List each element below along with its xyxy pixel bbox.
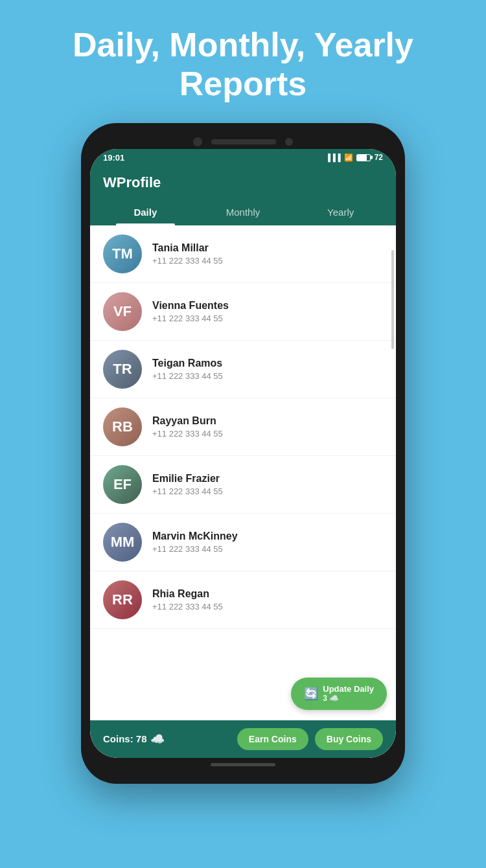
contact-item[interactable]: EF Emilie Frazier +11 222 333 44 55: [90, 456, 396, 514]
tab-bar: Daily Monthly Yearly: [90, 199, 396, 225]
contact-phone: +11 222 333 44 55: [152, 486, 383, 496]
coins-info: Coins: 78 ☁️: [103, 732, 165, 746]
avatar: RR: [103, 580, 142, 619]
coins-label: Coins: 78: [103, 733, 147, 744]
avatar: EF: [103, 465, 142, 504]
contact-phone: +11 222 333 44 55: [152, 314, 383, 323]
contact-name: Rhia Regan: [152, 588, 383, 600]
signal-icon: ▐▐▐: [325, 154, 340, 161]
avatar: RB: [103, 407, 142, 446]
contact-info: Vienna Fuentes +11 222 333 44 55: [152, 300, 383, 323]
contact-item[interactable]: TM Tania Millar +11 222 333 44 55: [90, 225, 396, 283]
battery-icon: 72: [356, 153, 383, 162]
contact-info: Tania Millar +11 222 333 44 55: [152, 242, 383, 266]
contact-list: TM Tania Millar +11 222 333 44 55 VF Vie…: [90, 225, 396, 720]
bottom-buttons: Earn Coins Buy Coins: [237, 728, 383, 750]
wifi-icon: 📶: [344, 154, 353, 162]
home-indicator: [90, 758, 396, 769]
avatar: TM: [103, 234, 142, 273]
avatar: VF: [103, 292, 142, 331]
avatar: MM: [103, 523, 142, 562]
contact-info: Marvin McKinney +11 222 333 44 55: [152, 531, 383, 554]
camera-dot-left: [193, 137, 202, 146]
contact-item[interactable]: MM Marvin McKinney +11 222 333 44 55: [90, 514, 396, 571]
app-bar: WProfile: [90, 166, 396, 199]
speaker-bar: [211, 139, 276, 144]
contact-name: Marvin McKinney: [152, 531, 383, 542]
contact-item[interactable]: VF Vienna Fuentes +11 222 333 44 55: [90, 283, 396, 341]
contact-name: Vienna Fuentes: [152, 300, 383, 312]
earn-coins-button[interactable]: Earn Coins: [237, 728, 308, 750]
contact-phone: +11 222 333 44 55: [152, 256, 383, 266]
status-time: 19:01: [103, 153, 124, 163]
refresh-icon: 🔄: [304, 687, 318, 701]
update-btn-label: Update Daily: [323, 684, 374, 694]
avatar: TR: [103, 350, 142, 389]
update-daily-button[interactable]: 🔄 Update Daily 3 ☁️: [291, 678, 387, 710]
contact-item[interactable]: TR Teigan Ramos +11 222 333 44 55: [90, 341, 396, 398]
contact-name: Tania Millar: [152, 242, 383, 254]
battery-percent: 72: [375, 153, 383, 162]
contact-info: Teigan Ramos +11 222 333 44 55: [152, 358, 383, 381]
contact-phone: +11 222 333 44 55: [152, 429, 383, 439]
contact-info: Rayyan Burn +11 222 333 44 55: [152, 415, 383, 439]
contact-phone: +11 222 333 44 55: [152, 544, 383, 554]
update-btn-sub: 3 ☁️: [323, 694, 339, 703]
camera-dot-right: [285, 138, 293, 146]
contact-item[interactable]: RB Rayyan Burn +11 222 333 44 55: [90, 398, 396, 456]
scrollbar[interactable]: [391, 250, 394, 349]
tab-monthly[interactable]: Monthly: [194, 199, 292, 225]
tab-yearly[interactable]: Yearly: [292, 199, 389, 225]
contact-name: Teigan Ramos: [152, 358, 383, 369]
contact-info: Rhia Regan +11 222 333 44 55: [152, 588, 383, 611]
coin-icon: ☁️: [150, 732, 165, 746]
phone-device: 19:01 ▐▐▐ 📶 72 WProfile Daily Monthly: [81, 123, 405, 784]
page-headline: Daily, Monthly, Yearly Reports: [0, 26, 486, 104]
contact-phone: +11 222 333 44 55: [152, 371, 383, 381]
contact-name: Rayyan Burn: [152, 415, 383, 427]
contact-phone: +11 222 333 44 55: [152, 602, 383, 611]
status-icons: ▐▐▐ 📶 72: [325, 153, 383, 162]
app-title: WProfile: [103, 174, 383, 191]
contact-name: Emilie Frazier: [152, 473, 383, 485]
contact-item[interactable]: RR Rhia Regan +11 222 333 44 55: [90, 571, 396, 629]
phone-notch: [90, 132, 396, 149]
home-bar: [211, 763, 275, 766]
tab-daily[interactable]: Daily: [97, 199, 194, 225]
contact-info: Emilie Frazier +11 222 333 44 55: [152, 473, 383, 496]
status-bar: 19:01 ▐▐▐ 📶 72: [90, 149, 396, 166]
phone-screen: 19:01 ▐▐▐ 📶 72 WProfile Daily Monthly: [90, 149, 396, 758]
bottom-bar: Coins: 78 ☁️ Earn Coins Buy Coins: [90, 720, 396, 758]
buy-coins-button[interactable]: Buy Coins: [315, 728, 383, 750]
